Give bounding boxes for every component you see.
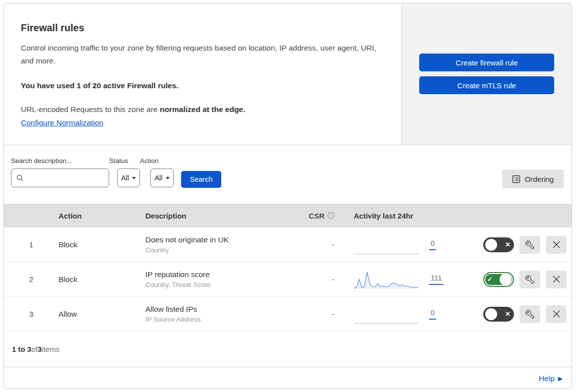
toggle-knob <box>500 274 512 285</box>
rule-enable-toggle[interactable]: ✓ ✕ <box>483 307 514 322</box>
col-csr-label: CSR <box>309 212 324 220</box>
rule-csr: - <box>292 275 341 283</box>
status-label: Status <box>109 157 140 165</box>
action-label: Action <box>140 157 174 165</box>
search-button-group: Search <box>174 170 221 188</box>
rule-activity-cell: 0 <box>341 304 465 324</box>
help-bar: Help ▶ <box>4 367 572 389</box>
activity-count-link[interactable]: 0 <box>429 239 436 250</box>
rule-criteria: Country, Threat Score <box>145 281 292 288</box>
actions-aside: Create firewall rule Create mTLS rule <box>402 3 572 145</box>
rule-activity-cell: 111 <box>341 270 465 289</box>
page: Firewall rules Control incoming traffic … <box>0 0 576 392</box>
rule-controls: ✓ ✕ <box>465 271 572 288</box>
ordering-button-label: Ordering <box>525 175 554 183</box>
rule-action: Allow <box>59 310 145 319</box>
firewall-rules-card: Firewall rules Control incoming traffic … <box>3 3 572 389</box>
page-description: Control incoming traffic to your zone by… <box>21 42 381 67</box>
chevron-down-icon <box>132 177 136 179</box>
header-content: Firewall rules Control incoming traffic … <box>4 3 402 145</box>
usage-notice: You have used 1 of 20 active Firewall ru… <box>21 81 384 90</box>
pagination-of: of <box>31 345 38 353</box>
activity-sparkline <box>354 304 418 324</box>
check-icon: ✓ <box>486 276 494 282</box>
rule-criteria: Country <box>145 246 292 254</box>
close-icon <box>552 240 561 249</box>
activity-count-link[interactable]: 0 <box>429 308 436 320</box>
rule-description: IP reputation score <box>145 270 292 279</box>
action-dropdown[interactable]: All <box>150 168 174 187</box>
arrow-right-icon: ▶ <box>558 375 563 382</box>
rule-action: Block <box>59 275 145 284</box>
help-label: Help <box>539 374 555 383</box>
wrench-icon <box>525 310 534 319</box>
table-row: 3 Allow Allow listed IPs IP Source Addre… <box>4 297 572 332</box>
delete-rule-button[interactable] <box>546 236 567 254</box>
search-icon <box>16 174 24 182</box>
rule-description: Does not originate in UK <box>145 235 292 244</box>
table-header: Action Description CSR Activity last 24h… <box>4 204 572 227</box>
activity-sparkline <box>354 270 418 289</box>
search-button[interactable]: Search <box>181 171 221 188</box>
edit-rule-button[interactable] <box>519 236 540 254</box>
page-title: Firewall rules <box>21 22 384 34</box>
table-row: 1 Block Does not originate in UK Country… <box>4 227 572 262</box>
search-input[interactable] <box>28 174 102 182</box>
edit-rule-button[interactable] <box>519 305 540 323</box>
x-icon: ✕ <box>504 241 512 248</box>
search-group: Search description... <box>11 157 109 187</box>
table-row: 2 Block IP reputation score Country, Thr… <box>4 262 572 297</box>
help-link[interactable]: Help ▶ <box>539 374 563 383</box>
edit-rule-button[interactable] <box>519 271 540 288</box>
col-action: Action <box>59 212 145 220</box>
rule-controls: ✓ ✕ <box>465 305 572 323</box>
normalization-text: URL-encoded Requests to this zone are no… <box>21 104 384 115</box>
info-icon[interactable] <box>327 212 334 219</box>
rule-description-cell: Does not originate in UK Country <box>145 235 292 254</box>
status-value: All <box>121 174 129 182</box>
rule-number: 1 <box>4 240 59 249</box>
pagination-items: items <box>42 345 60 353</box>
chevron-down-icon <box>166 177 170 179</box>
close-icon <box>552 310 561 318</box>
ordering-button[interactable]: Ordering <box>502 169 564 188</box>
search-label: Search description... <box>11 157 109 165</box>
rule-enable-toggle[interactable]: ✓ ✕ <box>483 272 514 287</box>
close-icon <box>552 275 561 283</box>
ordering-list-icon <box>512 175 520 183</box>
rule-description-cell: Allow listed IPs IP Source Address <box>145 305 292 323</box>
search-box[interactable] <box>11 168 109 187</box>
x-icon: ✕ <box>504 311 512 317</box>
col-csr: CSR <box>292 212 341 220</box>
toggle-knob <box>485 308 497 320</box>
action-group: Action All <box>140 157 174 187</box>
activity-count-link[interactable]: 111 <box>429 274 444 285</box>
rule-action: Block <box>59 240 145 249</box>
status-dropdown[interactable]: All <box>117 168 140 187</box>
activity-sparkline <box>354 235 418 255</box>
col-activity: Activity last 24hr <box>341 212 465 220</box>
normalization-prefix: URL-encoded Requests to this zone are <box>21 105 160 113</box>
rule-csr: - <box>292 310 341 318</box>
delete-rule-button[interactable] <box>546 305 567 323</box>
rule-csr: - <box>292 240 341 249</box>
create-firewall-rule-button[interactable]: Create firewall rule <box>419 54 554 71</box>
rule-description-cell: IP reputation score Country, Threat Scor… <box>145 270 292 288</box>
delete-rule-button[interactable] <box>546 271 567 288</box>
rule-controls: ✓ ✕ <box>465 236 572 254</box>
toggle-knob <box>485 239 497 251</box>
rule-number: 2 <box>4 275 59 283</box>
rule-enable-toggle[interactable]: ✓ ✕ <box>483 237 514 252</box>
filter-bar: Search description... Status All Action <box>4 145 572 204</box>
action-value: All <box>154 174 162 182</box>
wrench-icon <box>525 240 534 249</box>
configure-normalization-link[interactable]: Configure Normalization <box>21 118 103 127</box>
pagination-total: 3 <box>38 345 42 353</box>
rule-description: Allow listed IPs <box>145 305 292 314</box>
rule-activity-cell: 0 <box>341 235 465 255</box>
rule-criteria: IP Source Address <box>145 316 292 323</box>
create-mtls-rule-button[interactable]: Create mTLS rule <box>419 76 554 94</box>
status-group: Status All <box>109 157 140 187</box>
col-description: Description <box>145 212 292 220</box>
rule-number: 3 <box>4 310 59 318</box>
